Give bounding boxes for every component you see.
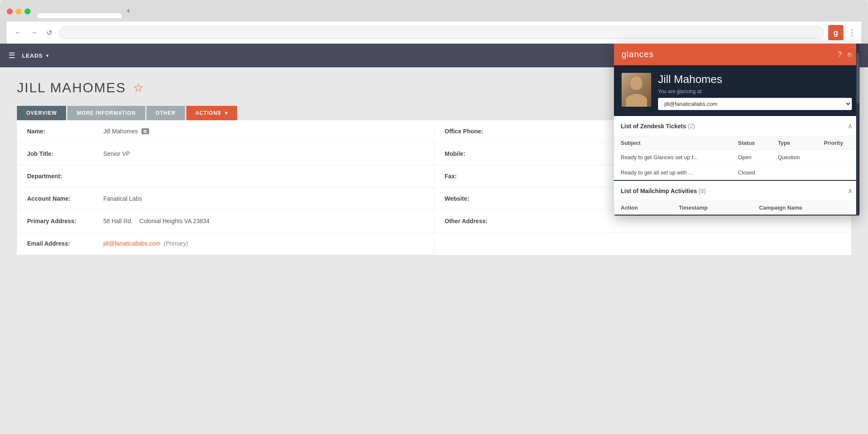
email-link[interactable]: jill@fanaticallabs.com [103,240,160,247]
leads-dropdown-arrow: ▾ [46,53,49,58]
glances-logout-icon[interactable]: ⎋ [848,51,852,58]
zendesk-collapse-icon[interactable]: ∧ [848,122,853,130]
email-row: Email Address: jill@fanaticallabs.com (P… [17,232,434,255]
refresh-button[interactable]: ↺ [44,27,55,39]
zendesk-section: List of Zendesk Tickets (2) ∧ Subject St… [614,116,860,180]
glances-subtitle: You are glancing at: [658,88,852,94]
scrollbar[interactable] [856,44,860,216]
account-name-row: Account Name: Fanatical Labs [17,188,434,210]
zendesk-title: List of Zendesk Tickets (2) [621,123,695,130]
glances-email-select[interactable]: jill@fanaticallabs.com [658,98,852,110]
mailchimp-title: List of Mailchimp Activities (8) [621,188,706,194]
glances-user-info: Jill Mahomes You are glancing at: jill@f… [658,73,852,110]
glances-user-section: Jill Mahomes You are glancing at: jill@f… [614,65,860,116]
glances-logo: glances [622,50,654,59]
browser-tab[interactable] [37,13,122,18]
actions-arrow-icon: ▾ [225,110,228,116]
new-tab-button[interactable]: + [122,4,135,18]
mailchimp-table-header: Action Timestamp Campaign Name [614,201,860,215]
glances-extension-icon[interactable]: g [828,25,843,40]
tab-actions[interactable]: ACTIONS ▾ [186,106,237,120]
avatar-image [622,73,651,107]
maximize-button[interactable] [25,8,30,14]
tab-overview[interactable]: OVERVIEW [17,106,66,120]
scrollbar-thumb[interactable] [857,53,859,104]
avatar [622,73,651,107]
mailchimp-table: Action Timestamp Campaign Name [614,201,860,215]
tab-more-information[interactable]: MORE INFORMATION [67,106,145,120]
primary-address-row: Primary Address: 58 Hall Rd. Colonial He… [17,210,434,232]
tab-other[interactable]: OTHER [147,106,185,120]
zendesk-table: Subject Status Type Priority Ready to ge… [614,136,860,180]
leads-nav-item[interactable]: LEADS ▾ [22,53,49,59]
favorite-star[interactable]: ☆ [133,81,144,95]
glances-header: glances ? ⎋ [614,44,860,65]
traffic-lights [7,8,30,14]
table-row: Ready to get all set up with ... Closed [614,165,860,180]
glances-help-icon[interactable]: ? [838,51,842,58]
glances-panel: glances ? ⎋ Jill Mahomes You are glancin… [614,44,860,216]
mailchimp-section-header[interactable]: List of Mailchimp Activities (8) ∧ [614,181,860,201]
name-row: Name: Jill Mahomes ▦ [17,120,434,143]
browser-menu-button[interactable]: ⋮ [848,28,856,38]
minimize-button[interactable] [16,8,22,14]
zendesk-table-header: Subject Status Type Priority [614,136,860,150]
close-button[interactable] [7,8,13,14]
address-bar[interactable] [59,26,824,39]
browser-toolbar: ← → ↺ g ⋮ [7,22,861,44]
back-button[interactable]: ← [12,27,24,38]
hamburger-menu[interactable]: ☰ [8,51,15,60]
glances-user-name: Jill Mahomes [658,73,852,86]
department-row: Department: [17,165,434,188]
contact-card-icon[interactable]: ▦ [141,128,149,134]
forward-button[interactable]: → [28,27,40,38]
table-row: Ready to get Glances set up f... Open Qu… [614,150,860,165]
mailchimp-section: List of Mailchimp Activities (8) ∧ Actio… [614,181,860,215]
mailchimp-collapse-icon[interactable]: ∧ [848,187,853,195]
zendesk-section-header[interactable]: List of Zendesk Tickets (2) ∧ [614,116,860,136]
job-title-row: Job Title: Senior VP [17,143,434,165]
page-title: JILL MAHOMES [17,80,126,96]
